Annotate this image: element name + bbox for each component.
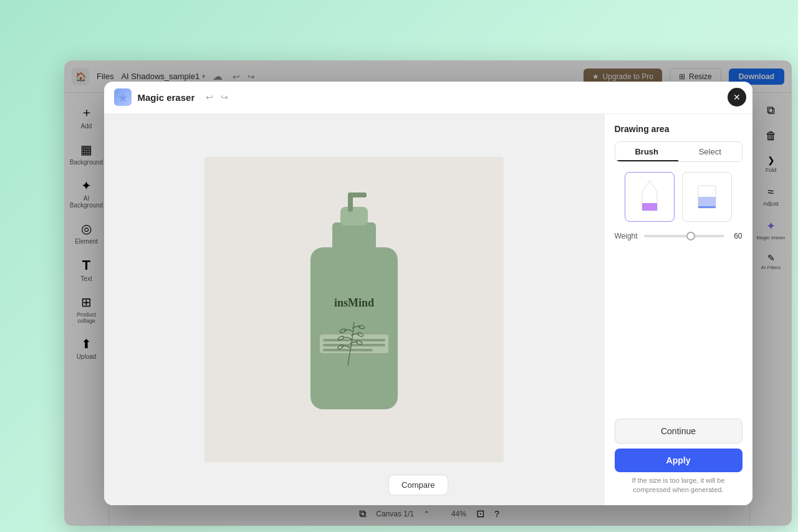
modal-header: Magic eraser ↩ ↪ ✕ bbox=[104, 82, 752, 114]
weight-label: Weight bbox=[615, 232, 638, 240]
modal-footer: Continue Apply If the size is too large,… bbox=[615, 419, 743, 495]
brush-tab[interactable]: Brush bbox=[615, 142, 679, 161]
modal-icon bbox=[114, 88, 132, 106]
weight-value: 60 bbox=[731, 232, 743, 240]
brush-options bbox=[615, 172, 743, 222]
svg-rect-2 bbox=[332, 222, 376, 254]
weight-row: Weight 60 bbox=[615, 232, 743, 240]
modal-redo-button[interactable]: ↪ bbox=[218, 90, 231, 105]
svg-rect-7 bbox=[323, 339, 385, 341]
modal-title: Magic eraser bbox=[138, 92, 195, 103]
svg-rect-18 bbox=[642, 203, 657, 211]
brush-option-eraser[interactable] bbox=[625, 172, 675, 222]
select-tab[interactable]: Select bbox=[678, 142, 742, 161]
apply-button[interactable]: Apply bbox=[615, 449, 743, 472]
brush-select-tabs: Brush Select bbox=[615, 141, 743, 162]
modal-close-button[interactable]: ✕ bbox=[728, 88, 746, 107]
compare-button[interactable]: Compare bbox=[388, 475, 448, 495]
modal-overlay: Magic eraser ↩ ↪ ✕ bbox=[64, 60, 792, 526]
magic-eraser-modal: Magic eraser ↩ ↪ ✕ bbox=[104, 82, 752, 505]
modal-canvas[interactable]: insMind bbox=[104, 114, 604, 505]
svg-rect-21 bbox=[698, 206, 716, 208]
modal-close-icon: ✕ bbox=[733, 92, 741, 102]
svg-text:insMind: insMind bbox=[334, 297, 373, 309]
drawing-area-title: Drawing area bbox=[615, 124, 743, 134]
product-image: insMind bbox=[204, 157, 504, 462]
svg-rect-8 bbox=[323, 344, 385, 346]
svg-rect-3 bbox=[340, 207, 368, 226]
modal-undo-button[interactable]: ↩ bbox=[203, 90, 216, 105]
modal-note: If the size is too large, it will be com… bbox=[615, 476, 743, 495]
brush-option-selection[interactable] bbox=[682, 172, 732, 222]
svg-rect-1 bbox=[310, 247, 398, 409]
modal-right-panel: Drawing area Brush Select bbox=[604, 114, 752, 505]
svg-rect-9 bbox=[323, 349, 373, 351]
continue-button[interactable]: Continue bbox=[615, 419, 743, 444]
modal-body: insMind bbox=[104, 114, 752, 505]
modal-history: ↩ ↪ bbox=[203, 90, 231, 105]
svg-rect-5 bbox=[348, 192, 367, 197]
weight-slider[interactable] bbox=[644, 235, 724, 237]
